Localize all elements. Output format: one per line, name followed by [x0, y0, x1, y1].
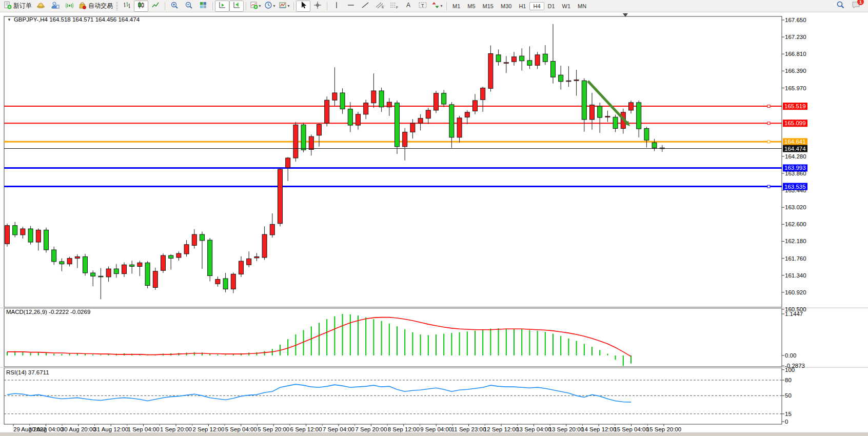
candle-body [410, 123, 415, 132]
macd-panel[interactable] [4, 308, 782, 367]
chart-shift-button[interactable] [229, 1, 244, 12]
hline-handle[interactable] [767, 122, 770, 125]
chart-shift-icon [232, 1, 241, 11]
ohlc-toggle-icon[interactable]: ▼ [7, 17, 11, 22]
shapes-button[interactable]: ▾ [430, 1, 444, 12]
text-button[interactable]: A [401, 1, 416, 12]
rsi-tick-label: 0 [785, 419, 788, 425]
profile-button[interactable] [48, 1, 62, 12]
indicators-button[interactable]: ▾ [248, 1, 263, 12]
bar-chart-button[interactable] [120, 1, 134, 12]
signals-button[interactable] [62, 1, 76, 12]
candle-body [379, 91, 384, 107]
candle-body [114, 269, 119, 273]
candle-body [286, 158, 290, 168]
window-bottom-strip [0, 432, 868, 436]
cursor-button[interactable] [296, 1, 310, 12]
templates-button[interactable]: ▾ [277, 1, 291, 12]
candle-body [356, 114, 361, 125]
trendline-button[interactable] [358, 1, 372, 12]
candle-body [309, 136, 313, 149]
candle-body [98, 276, 103, 277]
candle-body [215, 280, 220, 284]
rsi-indicator-label: RSI(14) 37.6711 [6, 369, 49, 375]
hline-handle[interactable] [767, 105, 770, 108]
rsi-panel[interactable] [4, 368, 782, 424]
candle-body [137, 263, 142, 266]
candle-body [293, 125, 298, 158]
price-tick-label: 167.230 [785, 34, 806, 40]
timeframe-button-w1[interactable]: W1 [559, 2, 575, 10]
candle-body [371, 91, 376, 103]
candlestick-chart-button[interactable] [134, 1, 148, 12]
candle-body [200, 234, 205, 241]
notifications-button[interactable]: 1 [852, 1, 861, 11]
panel-separator[interactable] [0, 308, 868, 309]
toolbar-separator [165, 2, 165, 10]
candle-body [106, 269, 111, 277]
timeframe-group: M1M5M15M30H1H4D1W1MN [449, 2, 590, 10]
toolbar-separator [246, 2, 246, 10]
new-order-label: 新订单 [13, 2, 32, 10]
timeframe-button-m1[interactable]: M1 [449, 2, 464, 10]
main-panel[interactable] [4, 16, 782, 307]
toolbar-separator [446, 2, 447, 10]
tile-windows-button[interactable] [196, 1, 210, 12]
candle-body [364, 103, 368, 114]
price-tick-label: 164.280 [785, 153, 806, 160]
vertical-line-button[interactable] [329, 1, 344, 12]
timeframe-button-mn[interactable]: MN [574, 2, 590, 10]
timeframe-button-d1[interactable]: D1 [544, 2, 559, 10]
time-axis-label: 15 Sep 04:00 [614, 426, 648, 432]
auto-scroll-button[interactable] [215, 1, 229, 12]
hline-handle[interactable] [767, 141, 770, 143]
candle-body [317, 125, 322, 135]
candle-body [465, 112, 469, 117]
main-toolbar: 新订单 自动交易 ▾ ▾ [0, 0, 868, 12]
candle-body [590, 105, 595, 120]
zoom-in-icon [170, 1, 179, 11]
line-chart-button[interactable] [148, 1, 163, 12]
candle-body [161, 255, 166, 270]
signals-icon [65, 1, 74, 11]
timeframe-button-m5[interactable]: M5 [464, 2, 479, 10]
chart-canvas[interactable]: 167.650167.230166.810166.390165.970164.2… [0, 12, 868, 436]
crosshair-button[interactable] [310, 1, 325, 12]
timeframe-button-h1[interactable]: H1 [515, 2, 529, 10]
candle-body [582, 81, 586, 120]
price-tick-label: 166.390 [785, 68, 806, 74]
bar-chart-icon [123, 1, 131, 11]
equidistant-channel-icon: E [375, 1, 384, 11]
zoom-in-button[interactable] [167, 1, 182, 12]
hline-handle[interactable] [767, 185, 770, 188]
search-button[interactable] [833, 1, 847, 12]
fibonacci-button[interactable]: F [387, 1, 401, 12]
candle-body [644, 128, 649, 140]
periods-button[interactable]: ▾ [263, 1, 277, 12]
price-tick-label: 166.810 [785, 51, 806, 57]
timeframe-button-m15[interactable]: M15 [479, 2, 497, 10]
text-label-button[interactable]: T [416, 1, 430, 12]
time-axis-label: 30 Aug 20:00 [61, 426, 96, 432]
auto-trading-button[interactable]: 自动交易 [76, 1, 114, 12]
timeframe-button-h4[interactable]: H4 [529, 2, 544, 10]
candle-body [340, 93, 345, 109]
chart-title[interactable]: ▼GBPJPY-,H4 164.518 164.571 164.456 164.… [7, 16, 140, 23]
candle-body [153, 271, 157, 288]
candle-body [442, 93, 446, 104]
hat-button[interactable] [33, 1, 48, 12]
new-order-button[interactable]: 新订单 [2, 1, 33, 12]
zoom-out-button[interactable] [182, 1, 196, 12]
time-axis-label: 6 Sep 12:00 [290, 426, 322, 432]
equidistant-channel-button[interactable]: E [372, 1, 387, 12]
candle-body [434, 93, 439, 110]
panel-separator[interactable] [0, 367, 868, 368]
zoom-out-icon [185, 1, 193, 11]
horizontal-line-button[interactable] [344, 1, 358, 12]
crosshair-icon [313, 1, 322, 11]
candle-body [395, 103, 400, 147]
candlestick-chart-icon [137, 1, 145, 11]
timeframe-button-m30[interactable]: M30 [497, 2, 515, 10]
new-order-icon [4, 1, 12, 11]
candle-body [122, 265, 127, 273]
